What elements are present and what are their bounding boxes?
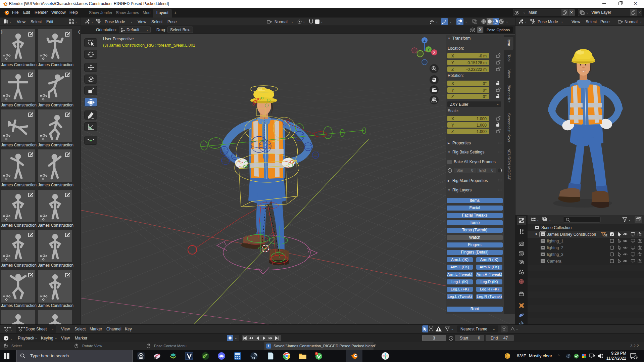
svg-text:X: X: [433, 51, 436, 54]
svg-text:TV: TV: [191, 357, 193, 359]
svg-text:1: 1: [316, 352, 317, 355]
svg-text:12: 12: [634, 356, 637, 359]
svg-text:Y: Y: [428, 48, 430, 51]
svg-text:Z: Z: [424, 39, 426, 42]
